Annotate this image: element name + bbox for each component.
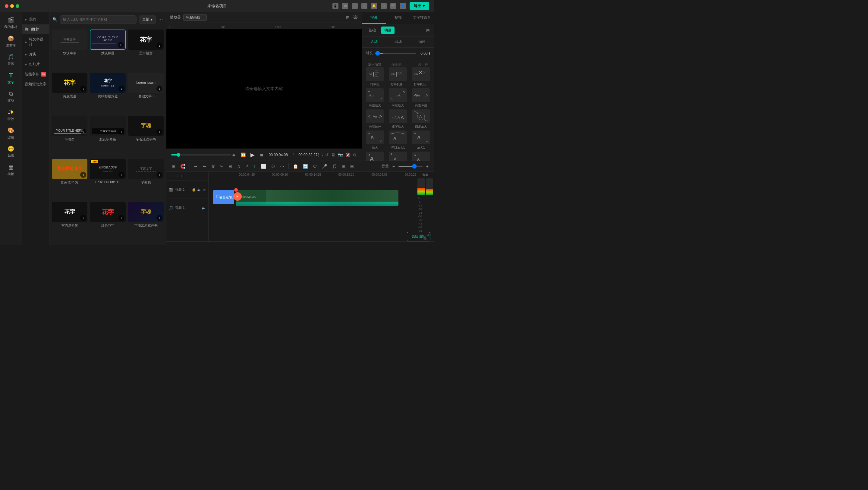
download-hua-inner-btn[interactable]: ↓ <box>80 215 86 221</box>
sidebar-item-smart-caption[interactable]: 智能字幕 新 <box>22 69 49 79</box>
mark-out-button[interactable]: } <box>321 152 323 157</box>
progress-thumb[interactable] <box>177 153 180 157</box>
filter-button[interactable]: 全部 ▾ <box>139 15 156 24</box>
tl-sync-btn[interactable]: 🔄 <box>301 163 310 170</box>
tl-mic-btn[interactable]: 🎤 <box>320 163 329 170</box>
minimize-button[interactable] <box>10 4 14 8</box>
sidebar-item-plain-text[interactable]: ▶ 纯文字设计 <box>22 34 49 50</box>
toolbar-transition[interactable]: ⧉ 转场 <box>2 88 20 105</box>
tl-vol-plus-btn[interactable]: + <box>424 163 430 170</box>
add-template-btn[interactable]: + <box>118 42 124 48</box>
anim-item-bounce-zoom[interactable]: A 弹跳放大1 <box>387 130 408 150</box>
anim-tab-enter[interactable]: 入场 <box>362 37 386 47</box>
track-visibility-btn[interactable]: 👁 <box>203 188 206 192</box>
anim-item-typewriter-out[interactable]: Aa 打字机出... <box>410 67 432 87</box>
tab-text-to-speech[interactable]: 文字转语音 <box>410 12 434 24</box>
tl-undo-btn[interactable]: ↩ <box>192 163 199 170</box>
template-item-huazi-red[interactable]: 花字 ↓ <box>90 202 126 222</box>
template-item-yellow-border[interactable]: 花字 ↓ <box>52 73 88 93</box>
tl-time-btn[interactable]: ⏱ <box>269 163 277 170</box>
right-panel-settings-icon[interactable]: ⊞ <box>426 27 430 34</box>
grid-icon[interactable]: ⊞ <box>352 3 358 9</box>
anim-item-enlarge-left[interactable]: A a 向左放大 <box>364 88 385 108</box>
audio-volume-btn[interactable]: 🔈 <box>202 206 206 210</box>
tl-split-view-btn[interactable]: ⊞ <box>170 163 177 170</box>
play-button[interactable]: ▶ <box>250 152 255 158</box>
tl-protect-btn[interactable]: 🛡 <box>311 163 319 170</box>
template-item-bw-shadow[interactable]: 花字 ↓ <box>128 30 164 50</box>
notification-icon[interactable]: 🔔 <box>371 3 377 9</box>
tl-add-track-btn[interactable]: ⊞ <box>340 163 347 170</box>
tl-more-btn[interactable]: ⋯ <box>278 163 286 170</box>
template-item-default-caption[interactable]: 字幕文字 <box>52 30 88 50</box>
tl-magnetic-btn[interactable]: 🧲 <box>179 163 187 170</box>
download-zimu2-btn[interactable]: ↓ <box>80 129 86 135</box>
template-item-blue-title[interactable]: 花字 SUBTITLE ↓ <box>90 73 126 93</box>
toolbar-effects[interactable]: ✨ 特效 <box>2 106 20 124</box>
progress-bar[interactable] <box>171 154 231 155</box>
template-item-default-strip[interactable]: 字幕文字内容 ↓ <box>90 116 126 136</box>
anim-item-stretch-left[interactable]: Aa 向左伸展 <box>410 88 432 108</box>
tab-caption[interactable]: 字幕 <box>362 12 386 24</box>
sidebar-item-my[interactable]: ▶ 我的 <box>22 14 49 24</box>
anim-tab-exit[interactable]: 出场 <box>386 37 410 47</box>
tl-clip-btn[interactable]: 📋 <box>291 163 300 170</box>
template-item-zihun[interactable]: 字魂 ↓ <box>128 116 164 136</box>
toolbar-material-lib[interactable]: 📦 素材库 <box>2 33 20 50</box>
toolbar-stickers[interactable]: 😊 贴纸 <box>2 143 20 160</box>
add-audio-track-btn[interactable]: + <box>173 174 175 178</box>
maximize-button[interactable] <box>16 4 19 8</box>
sub-tab-basic[interactable]: 基础 <box>366 27 379 34</box>
vol-slider[interactable] <box>398 166 423 167</box>
anim-item-stretch-right[interactable]: Aa 向右拉伸 <box>364 110 385 129</box>
screen-icon[interactable]: 🖥 <box>342 3 348 9</box>
tl-delete-btn[interactable]: 🗑 <box>209 163 217 170</box>
bottom-scrollbar[interactable] <box>166 241 434 245</box>
sidebar-item-hot-recommend[interactable]: 热门推荐 <box>22 24 49 34</box>
template-item-default-title[interactable]: YOUR TITLE HERE + <box>90 30 126 50</box>
download-huazi-red-btn[interactable]: ↓ <box>119 215 124 221</box>
snapshot-button[interactable]: 📷 <box>338 152 343 157</box>
tl-box-btn[interactable]: ⬜ <box>259 163 268 170</box>
download-default-strip-btn[interactable]: ↓ <box>119 129 124 135</box>
tl-split-btn[interactable]: ⊟ <box>227 163 234 170</box>
quality-select[interactable]: 完整画质 <box>183 14 207 21</box>
anim-tab-loop[interactable]: 循环 <box>410 37 434 47</box>
sidebar-item-audio-driven[interactable]: 音频驱动文字 <box>22 79 49 89</box>
duration-slider[interactable] <box>375 53 416 54</box>
screen-button[interactable]: 🖥 <box>331 152 336 157</box>
anim-item-zoom-out[interactable]: A 放大 <box>364 152 385 161</box>
tl-audio-btn[interactable]: ♫ <box>235 163 242 170</box>
sidebar-item-title-card[interactable]: ▶ 片头 <box>22 50 49 59</box>
tl-text-btn[interactable]: T <box>252 163 258 170</box>
tl-grid-btn[interactable]: ⊞ <box>348 163 355 170</box>
tl-vol-minus-btn[interactable]: − <box>391 163 397 170</box>
add-video-track-btn[interactable]: + <box>169 174 171 178</box>
anim-item-shrink[interactable]: A 缩小 <box>387 152 408 161</box>
apps-icon[interactable]: ⊞ <box>381 3 387 9</box>
track-volume-btn[interactable]: 🔈 <box>197 188 201 192</box>
template-item-base-cn-title[interactable]: 在此输入文字Base CN VIP ↓ <box>90 159 126 179</box>
template-item-zihun2[interactable]: 字魂 ↓ <box>128 202 164 222</box>
mark-in-button[interactable]: { <box>318 152 319 157</box>
toolbar-templates[interactable]: ▦ 模板 <box>2 161 20 179</box>
close-button[interactable] <box>5 4 8 8</box>
user-icon[interactable]: 👤 <box>400 3 406 9</box>
template-item-hua-inner[interactable]: 花字 ↓ <box>52 202 88 222</box>
export-button[interactable]: 导出 ▾ <box>410 2 429 10</box>
track-lock-btn[interactable]: 🔒 <box>192 188 196 192</box>
tl-cut-btn[interactable]: ✂ <box>218 163 225 170</box>
photo-icon[interactable]: 🖼 <box>352 14 358 21</box>
mute-button[interactable]: 🔇 <box>345 152 350 157</box>
add-caption-track-btn[interactable]: + <box>181 174 183 178</box>
cart-icon[interactable]: 🛒 <box>390 3 396 9</box>
anim-item-typewriter[interactable]: Aa 打字机 <box>364 67 385 87</box>
toolbar-audio[interactable]: 🎵 音频 <box>2 51 20 68</box>
tl-music-btn[interactable]: 🎵 <box>330 163 339 170</box>
anim-item-circle-zoom[interactable]: A 圆形放大 <box>410 110 432 129</box>
tl-transition-btn[interactable]: ↗ <box>243 163 250 170</box>
tab-video[interactable]: 视频 <box>386 12 410 24</box>
template-item-zimu15[interactable]: 字幕文字 ↓ <box>128 159 164 179</box>
settings-button[interactable]: ⚙ <box>353 152 357 157</box>
stop-button[interactable]: ⏹ <box>259 152 264 157</box>
